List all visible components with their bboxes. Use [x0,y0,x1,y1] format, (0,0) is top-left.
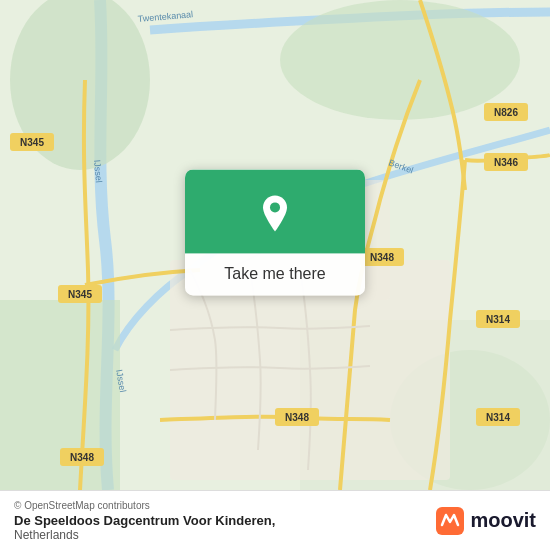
map-container: N826 N346 N348 N348 N314 N314 N348 N345 … [0,0,550,490]
location-pin-icon [253,191,297,235]
map-attribution: © OpenStreetMap contributors [14,500,275,511]
card-bottom[interactable]: Take me there [185,253,365,295]
location-card: Take me there [185,169,365,295]
place-country: Netherlands [14,528,275,542]
bottom-left: © OpenStreetMap contributors De Speeldoo… [14,500,275,542]
svg-text:N348: N348 [370,252,394,263]
svg-text:N314: N314 [486,412,510,423]
svg-text:IJssel: IJssel [92,159,104,183]
svg-point-30 [270,202,280,212]
svg-text:N348: N348 [285,412,309,423]
card-top [185,169,365,253]
place-name: De Speeldoos Dagcentrum Voor Kinderen, [14,513,275,528]
moovit-icon [436,507,464,535]
moovit-logo: moovit [436,507,536,535]
svg-text:N314: N314 [486,314,510,325]
bottom-bar: © OpenStreetMap contributors De Speeldoo… [0,490,550,550]
moovit-text: moovit [470,509,536,532]
take-me-there-button[interactable]: Take me there [224,265,325,283]
svg-text:N345: N345 [68,289,92,300]
svg-text:N346: N346 [494,157,518,168]
svg-text:N345: N345 [20,137,44,148]
svg-point-2 [280,0,520,120]
svg-text:N348: N348 [70,452,94,463]
svg-text:N826: N826 [494,107,518,118]
